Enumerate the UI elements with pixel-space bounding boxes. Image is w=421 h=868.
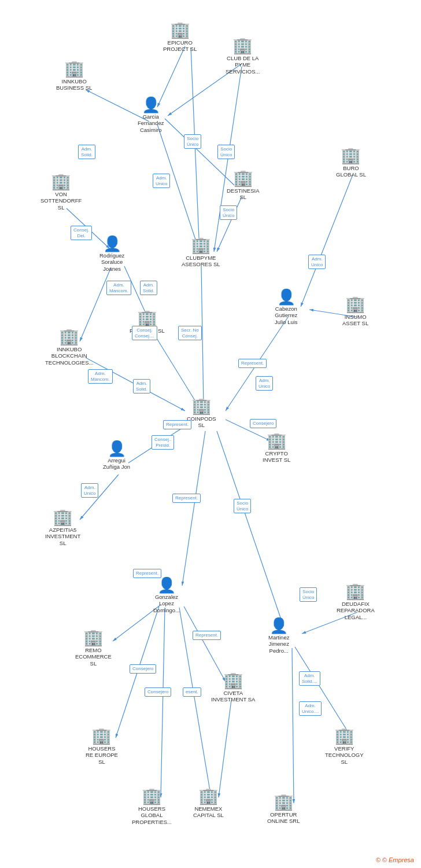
badge-consej-presid: Consej..Presid. [152, 435, 174, 450]
node-epicuro: 🏢 EPICURO PROJECT SL [163, 22, 197, 53]
label-housers-re: HOUSERS RE EUROPE SL [86, 745, 118, 765]
badge-socio-unico-1: SocioÚnico [184, 134, 201, 149]
diagram-container: 🏢 EPICURO PROJECT SL 🏢 CLUB DE LA PYME S… [0, 0, 421, 868]
svg-line-26 [161, 608, 165, 797]
label-club-pyme-serv: CLUB DE LA PYME SERVICIOS... [226, 55, 260, 75]
label-martinez: Martinez Jimenez Pedro... [268, 634, 289, 654]
node-clubpyme-asesores: 🏢 CLUBPYME ASESORES SL [182, 237, 220, 268]
node-rodriguez: 👤 Rodriguez Soraluce Joanes [99, 236, 124, 272]
building-icon-von-sottendorff: 🏢 [51, 174, 71, 190]
label-cabezon: Cabezon Gutierrez Julio Luis [275, 306, 298, 325]
node-arregui: 👤 Arregui Zuñiga Jon [103, 441, 130, 470]
person-icon-rodriguez: 👤 [103, 236, 121, 251]
node-nememex: 🏢 NEMEMEX CAPITAL SL [193, 788, 224, 819]
badge-esent: esent. [183, 687, 201, 697]
person-icon-martinez: 👤 [269, 618, 288, 633]
label-epicuro: EPICURO PROJECT SL [163, 39, 197, 53]
label-nememex: NEMEMEX CAPITAL SL [193, 806, 224, 819]
label-gonzalez: Gonzalez Lopez Domingo... [153, 594, 180, 613]
badge-consejero-2: Consejero [130, 664, 156, 674]
node-cabezon: 👤 Cabezon Gutierrez Julio Luis [275, 289, 298, 325]
badge-adm-mancom-1: Adm.Mancom. [106, 281, 131, 295]
node-innkubo-blockchain: 🏢 INNKUBO BLOCKCHAIN TECHNOLOGIES... [45, 329, 93, 366]
badge-adm-unico-3: Adm.Unico [81, 483, 98, 498]
building-icon-epicuro: 🏢 [170, 22, 190, 38]
building-icon-opertur: 🏢 [274, 794, 294, 810]
label-arregui: Arregui Zuñiga Jon [103, 457, 130, 470]
badge-secr-no-consej: Secr. NoConsej. [178, 326, 202, 340]
building-icon-coinpods: 🏢 [191, 398, 212, 414]
building-icon-deudafix: 🏢 [345, 583, 365, 599]
person-icon-arregui: 👤 [108, 441, 126, 456]
badge-consej-consej: Consej.Consej.... [132, 326, 157, 340]
label-destinesia: DESTINESIA SL [227, 187, 260, 201]
node-martinez: 👤 Martinez Jimenez Pedro... [268, 618, 289, 654]
building-icon-verify-tech: 🏢 [334, 728, 354, 744]
badge-adm-mancom-2: Adm.Mancom. [88, 369, 113, 384]
node-gonzalez: 👤 Gonzalez Lopez Domingo... [153, 578, 180, 613]
label-innkubo-blockchain: INNKUBO BLOCKCHAIN TECHNOLOGIES... [45, 346, 93, 366]
building-icon-housers-global: 🏢 [142, 788, 162, 804]
badge-represent-2: Represent. [163, 420, 191, 429]
building-icon-remo-ecommerce: 🏢 [83, 630, 104, 646]
node-crypto-invest: 🏢 CRYPTO INVEST SL [263, 433, 290, 464]
badge-adm-solid-1: Adm.Solid. [78, 145, 95, 159]
label-crypto-invest: CRYPTO INVEST SL [263, 450, 290, 464]
building-icon-buro-global: 🏢 [341, 148, 361, 164]
node-innkubo-biz: 🏢 INNKUBO BUSINESS SL [56, 61, 92, 91]
label-clubpyme-asesores: CLUBPYME ASESORES SL [182, 255, 220, 268]
building-icon-housers-re: 🏢 [91, 728, 112, 744]
building-icon-club-pyme-serv: 🏢 [232, 38, 253, 54]
badge-adm-unico-2: Adm.Unico [256, 376, 273, 391]
badge-consejero-3: Consejero [145, 687, 171, 697]
svg-line-6 [191, 47, 200, 252]
badge-socio-unico-2: SocioÚnico [217, 145, 235, 159]
badge-socio-unico-5: SocioÚnico [300, 587, 317, 602]
badge-represent-5: Represent. [193, 631, 221, 640]
person-icon-cabezon: 👤 [277, 289, 296, 304]
svg-line-28 [219, 700, 231, 797]
label-opertur: OPERTUR ONLINE SRL [267, 811, 300, 825]
badge-adm-solid-3: Adm.Solid. [133, 379, 150, 393]
node-housers-global: 🏢 HOUSERS GLOBAL PROPERTIES... [132, 788, 172, 825]
building-icon-destinesia: 🏢 [233, 170, 253, 186]
label-remo-ecommerce: REMO ECOMMERCE SL [75, 647, 112, 667]
building-icon-innkubo-blockchain: 🏢 [59, 329, 79, 345]
node-insumo-asset: 🏢 INSUMO ASSET SL [342, 296, 368, 327]
node-housers-re: 🏢 HOUSERS RE EUROPE SL [86, 728, 118, 765]
building-icon-crypto-invest: 🏢 [267, 433, 287, 449]
label-rodriguez: Rodriguez Soraluce Joanes [99, 252, 124, 272]
label-garcia: Garcia Fernandez Casimiro [138, 113, 164, 133]
badge-adm-unico-4: Adm.Unico.... [299, 701, 322, 716]
building-icon-clubpyme-asesores: 🏢 [191, 237, 211, 253]
label-buro-global: BURO GLOBAL SL [336, 165, 366, 178]
building-icon-azpeitia5: 🏢 [53, 509, 73, 525]
person-icon-garcia: 👤 [142, 97, 160, 112]
svg-line-31 [292, 648, 294, 803]
building-icon-insumo-asset: 🏢 [345, 296, 365, 312]
badge-represent-3: Represent. [172, 494, 201, 503]
badge-adm-solid-4: Adm.Solid.... [299, 671, 320, 686]
node-opertur: 🏢 OPERTUR ONLINE SRL [267, 794, 300, 825]
svg-line-24 [184, 606, 226, 682]
label-deudafix: DEUDAFIX REPARADORA LEGAL... [337, 601, 375, 620]
node-von-sottendorff: 🏢 VON SOTTENDORFF SL [40, 174, 82, 211]
node-verify-tech: 🏢 VERIFY TECHNOLOGY SL [325, 728, 364, 765]
node-buro-global: 🏢 BURO GLOBAL SL [336, 148, 366, 178]
node-destinesia: 🏢 DESTINESIA SL [227, 170, 260, 201]
building-icon-nememex: 🏢 [198, 788, 219, 804]
label-housers-global: HOUSERS GLOBAL PROPERTIES... [132, 806, 172, 825]
svg-line-21 [182, 431, 205, 586]
label-von-sottendorff: VON SOTTENDORFF SL [40, 191, 82, 211]
badge-socio-unico-3: SocioÚnico [220, 205, 237, 220]
badge-consej-del: Consej.Del. [71, 226, 92, 240]
svg-line-13 [155, 336, 198, 405]
svg-line-9 [301, 175, 353, 307]
label-verify-tech: VERIFY TECHNOLOGY SL [325, 745, 364, 765]
svg-line-30 [295, 647, 353, 740]
badge-represent-4: Represent. [133, 569, 161, 578]
watermark-symbol: © [376, 856, 381, 863]
badge-consejero-1: Consejero [250, 419, 276, 428]
watermark: © © Empresa [376, 856, 414, 863]
node-remo-ecommerce: 🏢 REMO ECOMMERCE SL [75, 630, 112, 667]
